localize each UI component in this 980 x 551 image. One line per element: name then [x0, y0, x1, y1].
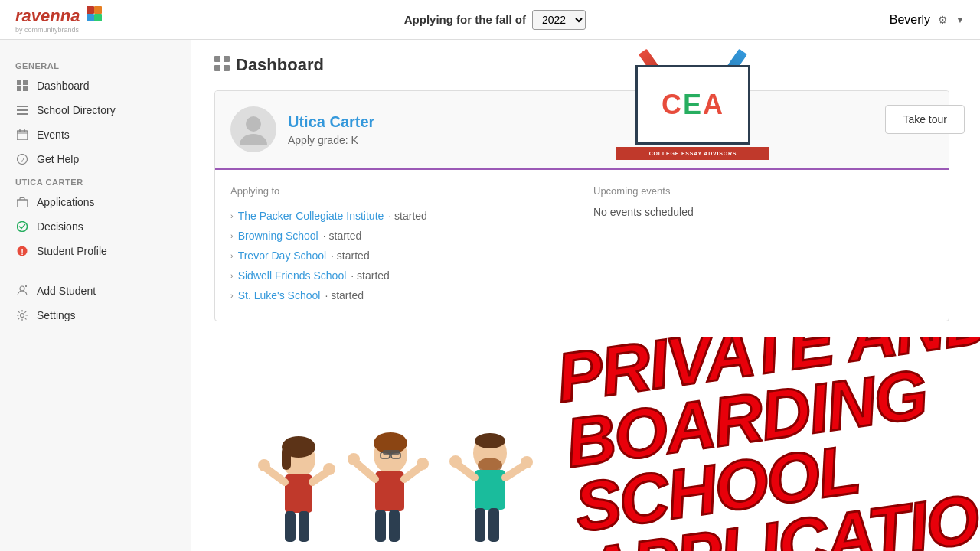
school-link[interactable]: Trevor Day School [238, 249, 326, 262]
svg-rect-10 [17, 113, 28, 115]
svg-rect-4 [17, 80, 21, 85]
list-item[interactable]: › Browning School · started [230, 226, 570, 246]
year-select[interactable]: 2022 2023 [532, 10, 586, 30]
general-section-label: GENERAL [0, 55, 191, 73]
svg-point-56 [475, 433, 505, 448]
cea-c: C [662, 89, 683, 120]
svg-rect-38 [299, 511, 309, 542]
dashboard-icon [214, 56, 230, 75]
sidebar-item-student-profile[interactable]: ! Student Profile [0, 239, 191, 263]
list-item[interactable]: › Trevor Day School · started [230, 246, 570, 266]
no-events-text: No events scheduled [593, 206, 933, 218]
sidebar-item-label: Student Profile [37, 245, 107, 257]
school-link[interactable]: Browning School [238, 230, 318, 242]
svg-point-31 [282, 441, 315, 478]
sidebar: GENERAL Dashboard School Directory Event… [0, 40, 191, 551]
svg-rect-47 [375, 471, 404, 511]
tutorial-overlay: RAVENNA TUTORIAL FOR PRIVATE AND BOARDIN… [191, 337, 980, 551]
svg-rect-1 [94, 6, 102, 14]
school-link[interactable]: The Packer Collegiate Institute [238, 210, 384, 222]
chevron-right-icon: › [230, 291, 234, 300]
svg-rect-3 [94, 14, 102, 21]
svg-rect-27 [214, 65, 220, 71]
tutorial-text: RAVENNA TUTORIAL FOR PRIVATE AND BOARDIN… [534, 337, 980, 551]
svg-rect-8 [17, 106, 28, 107]
chevron-down-icon[interactable]: ▼ [956, 15, 965, 25]
svg-rect-11 [17, 131, 28, 140]
sidebar-item-label: Dashboard [37, 80, 90, 92]
profile-name: Utica Carter [288, 113, 374, 131]
list-item[interactable]: › The Packer Collegiate Institute · star… [230, 206, 570, 226]
svg-point-52 [348, 453, 360, 465]
community-brands-label: by communitybrands [15, 26, 100, 34]
user-name: Beverly [890, 13, 930, 27]
list-icon [15, 103, 29, 117]
svg-line-58 [456, 463, 475, 478]
svg-rect-9 [17, 109, 28, 111]
school-link[interactable]: Sidwell Friends School [238, 269, 347, 282]
sidebar-item-events[interactable]: Events [0, 122, 191, 147]
svg-rect-33 [282, 447, 291, 470]
cea-a: A [703, 89, 724, 120]
svg-point-39 [258, 459, 270, 471]
svg-rect-37 [285, 511, 296, 542]
profile-header: Utica Carter Apply grade: K [215, 91, 949, 170]
svg-rect-34 [285, 474, 312, 513]
svg-rect-7 [23, 86, 28, 91]
sidebar-item-label: School Directory [37, 104, 116, 116]
svg-point-55 [478, 458, 502, 473]
dashboard-area: Dashboard Utica Carter Apply grade: K [191, 40, 980, 337]
svg-point-54 [473, 435, 507, 471]
sidebar-item-label: Add Student [37, 285, 96, 297]
user-section-label: UTICA CARTER [0, 171, 191, 190]
grid-icon [15, 79, 29, 93]
calendar-icon [15, 128, 29, 142]
dashboard-body: Applying to › The Packer Collegiate Inst… [215, 170, 949, 321]
svg-rect-13 [19, 129, 21, 132]
svg-rect-61 [488, 508, 499, 542]
chevron-right-icon: › [230, 251, 234, 260]
svg-point-24 [21, 314, 24, 318]
svg-rect-43 [383, 450, 400, 455]
sidebar-item-decisions[interactable]: Decisions [0, 214, 191, 239]
sidebar-item-label: Events [37, 129, 70, 141]
svg-rect-25 [214, 56, 220, 62]
upcoming-events-section: Upcoming events No events scheduled [593, 185, 933, 305]
sidebar-item-get-help[interactable]: ? Get Help [0, 147, 191, 171]
sidebar-item-label: Decisions [37, 220, 83, 233]
sidebar-item-settings[interactable]: Settings [0, 303, 191, 328]
svg-text:?: ? [20, 156, 24, 164]
sidebar-item-school-directory[interactable]: School Directory [0, 98, 191, 122]
list-item[interactable]: › Sidwell Friends School · started [230, 266, 570, 285]
svg-rect-2 [87, 14, 94, 21]
svg-point-18 [18, 222, 28, 232]
sidebar-item-applications[interactable]: Applications [0, 190, 191, 214]
layout: GENERAL Dashboard School Directory Event… [0, 40, 980, 551]
applying-label: Applying for the fall of [404, 13, 526, 26]
svg-point-42 [374, 432, 407, 454]
svg-rect-26 [224, 56, 230, 62]
tutorial-line2: PRIVATE AND BOARDING [553, 337, 980, 476]
dashboard-title-row: Dashboard [214, 55, 957, 75]
settings-gear-icon [15, 308, 29, 322]
alert-circle-icon: ! [15, 244, 29, 258]
gear-icon[interactable]: ⚙ [938, 14, 948, 26]
page-title: Dashboard [236, 55, 324, 75]
svg-rect-6 [17, 86, 21, 91]
svg-point-41 [374, 437, 407, 474]
ravenna-logo: ravenna by communitybrands [15, 6, 100, 34]
chevron-right-icon: › [230, 231, 234, 240]
sidebar-item-add-student[interactable]: Add Student [0, 279, 191, 303]
sidebar-item-label: Settings [37, 309, 76, 321]
list-item[interactable]: › St. Luke's School · started [230, 285, 570, 305]
profile-card: Utica Carter Apply grade: K Applying to … [214, 90, 949, 321]
header-right: Beverly ⚙ ▼ [890, 13, 965, 27]
sidebar-item-dashboard[interactable]: Dashboard [0, 73, 191, 98]
take-tour-button[interactable]: Take tour [885, 105, 965, 134]
svg-rect-0 [87, 6, 94, 14]
chevron-right-icon: › [230, 271, 234, 280]
applying-to-section: Applying to › The Packer Collegiate Inst… [230, 185, 570, 305]
svg-rect-57 [475, 470, 505, 510]
school-link[interactable]: St. Luke's School [238, 289, 321, 302]
svg-line-36 [312, 471, 329, 482]
